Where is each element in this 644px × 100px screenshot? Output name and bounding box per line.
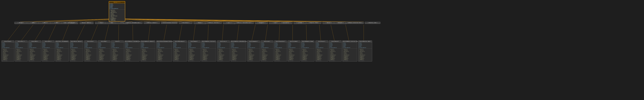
intermediate-listnode: < ListNode >: [294, 22, 306, 24]
intermediate-radiotree: < RadioTree::Node >: [365, 22, 380, 24]
svg-line-43: [252, 25, 256, 40]
svg-line-34: [118, 25, 119, 40]
field-m-count: m_Count: [110, 5, 124, 6]
intermediate-usbconfig: < UsbDevice::ConfigDescripto >: [123, 22, 143, 24]
class-node-24: Vector<HidReport_Collection Child*>m_Siz…: [342, 40, 357, 62]
intermediate-semaphore: < Semaphore >: [255, 22, 268, 24]
intermediate-hidreport: < HidReport_Collection Child >: [346, 22, 364, 24]
class-node-11: Vector<AllocationCommand Allocation*>m_S…: [156, 40, 172, 62]
class-node-15: Vector<size_t>m_Sizem_Countm_Startm_Dist…: [217, 40, 230, 62]
class-node-8: Vector<T>m_Sizem_Countm_Startm_Distm_Tra…: [111, 40, 124, 62]
svg-line-28: [35, 25, 45, 40]
svg-line-16: [117, 19, 239, 22]
class-node-25: Vector<RadioTree::Node*>m_Sizem_Countm_S…: [358, 40, 372, 62]
method-pushback: + pushBack(): [110, 18, 124, 19]
class-node-6: Vector<Stack*>m_Sizem_Countm_Startm_Dist…: [84, 40, 97, 62]
class-node-23: Vector<Network*>m_Sizem_Countm_Startm_Di…: [329, 40, 342, 62]
svg-line-33: [105, 25, 109, 40]
class-node-13: Vector<Module*>m_Sizem_Countm_Startm_Dis…: [188, 40, 200, 62]
svg-line-21: [117, 19, 306, 22]
method-dvector: + ~Vector(): [110, 11, 124, 12]
intermediate-consolafile: < ConsolaFile >: [279, 22, 292, 24]
method-popback: + popBack(): [110, 19, 124, 20]
svg-line-45: [279, 25, 280, 40]
field-m-dist: m_Dist: [110, 7, 124, 8]
method-operatorv: + operator[](): [110, 15, 124, 17]
svg-line-36: [148, 25, 150, 40]
svg-line-15: [117, 19, 224, 22]
intermediate-allocation: < AllocationCommand Allocation >: [161, 22, 178, 24]
svg-line-18: [117, 19, 268, 22]
method-operator: + operator=(): [110, 12, 124, 13]
class-node-4: Vector<Cont::ConfigSegment>m_Sizem_Count…: [55, 40, 69, 62]
intermediate-usbunknown: < UsbDevice::UnknownDescripto >: [234, 22, 254, 24]
vector-t-fields: m_Size m_Count m_Data m_Dist m_TraverseF…: [109, 3, 125, 10]
svg-line-42: [237, 25, 239, 40]
svg-line-12: [117, 19, 182, 22]
class-node-19: Vector<ConsolaFile*>m_Sizem_Countm_Start…: [274, 40, 287, 62]
svg-line-39: [193, 25, 195, 40]
intermediate-rangelist: < RangeList::Range >: [306, 22, 322, 24]
svg-line-13: [117, 19, 195, 22]
field-m-traversefactor: m_TraverseFactor: [110, 8, 124, 9]
method-count: + count(): [110, 14, 124, 15]
svg-line-49: [331, 25, 334, 40]
svg-line-50: [346, 25, 349, 40]
svg-line-27: [21, 25, 33, 40]
svg-line-0: [20, 19, 117, 22]
class-node-7: Vector<Node*>m_Sizem_Countm_Startm_Distm…: [98, 40, 110, 62]
svg-line-14: [117, 19, 208, 22]
method-reserve: + reserve(): [110, 20, 124, 21]
intermediate-device: < Device >: [322, 22, 335, 24]
svg-line-37: [164, 25, 167, 40]
svg-line-2: [45, 19, 117, 22]
intermediate-idpat: < IdPat >: [27, 22, 40, 24]
field-m-data: m_Data: [110, 6, 124, 7]
svg-line-19: [117, 19, 280, 22]
intermediate-usbendpoint: < UsbDevice::Endpoint >: [144, 22, 160, 24]
intermediate-sizet: < size_t >: [223, 22, 236, 24]
method-size: + size(): [110, 13, 124, 14]
vector-t-header: Vector< T >: [109, 2, 125, 3]
svg-line-24: [117, 19, 346, 22]
svg-line-31: [77, 25, 85, 40]
vector-t-methods: + Vector() + ~Vector() + operator=() + s…: [109, 10, 125, 21]
svg-line-32: [91, 25, 98, 40]
class-node-21: Vector<RangeList::Range>m_Sizem_Countm_S…: [301, 40, 314, 62]
class-node-5: Vector<Device::Address*>m_Sizem_Countm_S…: [70, 40, 83, 62]
class-node-2: Vector<eHTM_t>m_Sizem_Countm_Startm_Dist…: [28, 40, 41, 62]
class-node-20: Vector<ListNode*>m_Sizem_Countm_Startm_D…: [288, 40, 300, 62]
svg-line-40: [208, 25, 208, 40]
svg-line-44: [266, 25, 268, 40]
class-node-9: Vector<UsbDevice::ConfigDescripto*>m_Siz…: [124, 40, 140, 62]
class-node-16: Vector<UsbDevice::UnknownDescripto*>m_Si…: [230, 40, 246, 62]
intermediate-network: < Network >: [334, 22, 347, 24]
svg-line-38: [179, 25, 182, 40]
intermediate-deviceaddress: < Device::Address >: [80, 22, 94, 24]
intermediate-htm: < HTM_I >: [39, 22, 52, 24]
intermediate-memoryregion: < MemoryRegion >: [178, 22, 192, 24]
class-node-14: Vector<UsbDevice::Interface*>m_Sizem_Cou…: [201, 40, 216, 62]
svg-line-1: [33, 19, 117, 22]
svg-line-29: [48, 25, 56, 40]
diagram-container: Vector< T > m_Size m_Count m_Data m_Dist…: [0, 0, 644, 100]
svg-line-23: [117, 19, 331, 22]
intermediate-configsegment: < Cont::ConfigSegment >: [61, 22, 78, 24]
intermediate-usbinterface: < UsbDevice::Interface >: [205, 22, 222, 24]
svg-line-22: [117, 19, 319, 22]
field-m-size: m_Size: [110, 4, 124, 5]
class-node-0: Vector<Thread*>m_Sizem_Countm_Startm_Dis…: [2, 40, 14, 62]
intermediate-thread: < Thread >: [14, 22, 27, 24]
svg-line-30: [62, 25, 69, 40]
class-node-18: Vector<void*>m_Sizem_Countm_Startm_Distm…: [260, 40, 274, 62]
svg-line-17: [117, 19, 256, 22]
class-node-17: Vector<Semaphore*>m_Sizem_Countm_Startm_…: [247, 40, 260, 62]
svg-line-48: [319, 25, 321, 40]
class-node-22: Vector<Device*>m_Sizem_Countm_Startm_Dis…: [315, 40, 328, 62]
svg-line-47: [306, 25, 306, 40]
svg-line-26: [8, 25, 20, 40]
method-vector: + Vector(): [110, 10, 124, 11]
svg-line-20: [117, 19, 292, 22]
class-node-1: Vector<UInt_t*>m_Sizem_Countm_Startm_Dis…: [15, 40, 28, 62]
vector-t-node: Vector< T > m_Size m_Count m_Data m_Dist…: [109, 1, 125, 22]
